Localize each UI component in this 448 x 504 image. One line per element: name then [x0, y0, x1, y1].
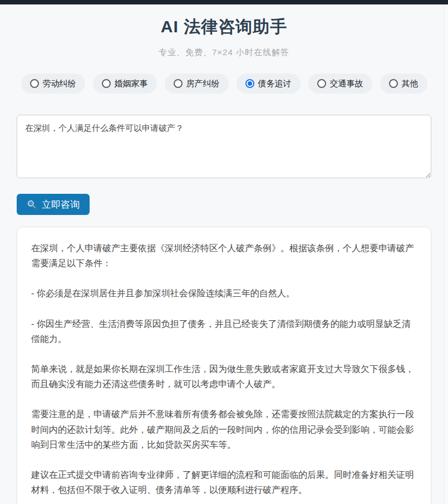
answer-advice: 建议在正式提交申请前咨询专业律师，了解更详细的流程和可能面临的后果。同时准备好相…	[31, 467, 417, 497]
category-label: 其他	[402, 79, 419, 89]
radio-selected-icon[interactable]	[245, 79, 254, 88]
consult-button[interactable]: 立即咨询	[17, 194, 90, 215]
category-label: 房产纠纷	[186, 79, 220, 89]
radio-icon[interactable]	[174, 79, 183, 88]
search-icon	[27, 199, 37, 209]
answer-caution: 需要注意的是，申请破产后并不意味着所有债务都会被免除，还需要按照法院裁定的方案执…	[31, 407, 417, 452]
radio-icon[interactable]	[389, 79, 398, 88]
answer-panel: 在深圳，个人申请破产主要依据《深圳经济特区个人破产条例》。根据该条例，个人想要申…	[17, 227, 431, 504]
answer-intro: 在深圳，个人申请破产主要依据《深圳经济特区个人破产条例》。根据该条例，个人想要申…	[31, 241, 417, 271]
answer-summary: 简单来说，就是如果你长期在深圳工作生活，因为做生意失败或者家庭开支过大导致欠下很…	[31, 361, 417, 392]
category-property[interactable]: 房产纠纷	[165, 74, 229, 94]
radio-icon[interactable]	[30, 79, 39, 88]
category-label: 债务追讨	[258, 79, 292, 89]
main-content: AI 法律咨询助手 专业、免费、7×24 小时在线解答 劳动纠纷 婚姻家事 房产…	[0, 16, 448, 504]
category-marriage[interactable]: 婚姻家事	[93, 74, 157, 94]
category-radio-group: 劳动纠纷 婚姻家事 房产纠纷 债务追讨 交通事故 其他	[17, 74, 431, 94]
scrollbar-track[interactable]	[444, 4, 448, 504]
answer-condition-2: - 你因生产经营、生活消费等原因负担了债务，并且已经丧失了清偿到期债务的能力或明…	[31, 316, 417, 346]
radio-icon[interactable]	[317, 79, 326, 88]
page-subtitle: 专业、免费、7×24 小时在线解答	[17, 47, 431, 58]
category-label: 婚姻家事	[115, 79, 148, 89]
page-title: AI 法律咨询助手	[17, 16, 431, 38]
answer-condition-1: - 你必须是在深圳居住并且参加深圳社会保险连续满三年的自然人。	[31, 286, 417, 301]
category-labor[interactable]: 劳动纠纷	[21, 74, 85, 94]
radio-icon[interactable]	[102, 79, 111, 88]
category-debt[interactable]: 债务追讨	[237, 74, 301, 94]
category-traffic[interactable]: 交通事故	[308, 74, 372, 94]
top-bar	[0, 0, 448, 4]
consult-button-label: 立即咨询	[42, 198, 80, 211]
category-label: 交通事故	[330, 79, 363, 89]
question-input[interactable]: 在深圳，个人满足什么条件可以申请破产？	[17, 115, 431, 178]
answer-conditions: - 你必须是在深圳居住并且参加深圳社会保险连续满三年的自然人。 - 你因生产经营…	[31, 286, 417, 346]
category-label: 劳动纠纷	[43, 79, 76, 89]
category-other[interactable]: 其他	[380, 74, 427, 94]
